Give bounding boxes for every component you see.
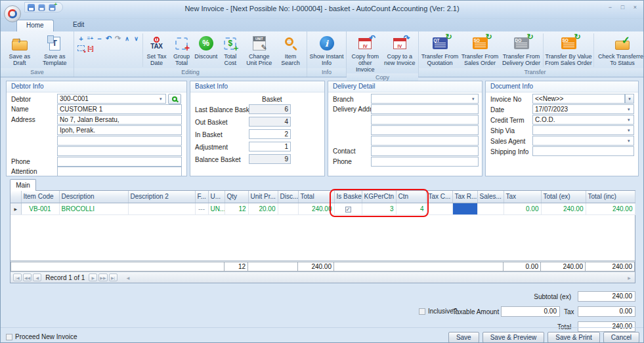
transfer-by-value-button[interactable]: SO↻ Transfer By Value From Sales Order [544,32,593,68]
taxable-amount-field[interactable]: 0.00 [501,306,560,317]
first-record-icon[interactable]: |◀ [13,273,22,281]
cell-disc[interactable] [278,203,298,214]
cell-total-inc[interactable]: 240.00 [586,203,635,214]
col-header-total[interactable]: Total [298,191,334,203]
in-basket-field[interactable]: 2 [249,129,291,139]
col-header-unit-price[interactable]: Unit Pr... [248,191,278,203]
set-tax-date-button[interactable]: TAX Set Tax Date [144,32,169,68]
app-menu-button[interactable] [4,5,21,22]
cell-foc[interactable]: --- [195,203,208,214]
tab-edit[interactable]: Edit [64,20,93,31]
invoice-no-combo[interactable]: <<New>> [532,94,625,104]
delivery-address-line4-field[interactable] [371,136,479,146]
tab-main[interactable]: Main [10,179,36,191]
adjustment-field[interactable]: 1 [249,142,291,151]
col-header-tax[interactable]: Tax [504,191,541,203]
hscroll-right-icon[interactable]: ▶ [625,273,633,281]
save-button[interactable]: Save [448,332,479,343]
cell-total[interactable]: 240.00 [298,203,334,214]
add-row-icon[interactable]: + [77,34,85,43]
prev-page-icon[interactable]: ◀◀ [23,273,32,281]
sales-agent-combo[interactable] [532,136,634,146]
cell-sales[interactable] [477,203,504,214]
cell-description2[interactable] [128,203,195,214]
cell-uom[interactable]: UN... [208,203,225,214]
cell-tax-code[interactable] [426,203,452,214]
cell-unit-price[interactable]: 20.00 [248,203,278,214]
invoice-no-dropdown-button[interactable]: ▾ [625,94,634,104]
tab-home[interactable]: Home [16,20,54,31]
credit-term-combo[interactable]: C.O.D. [532,115,634,125]
col-header-description[interactable]: Description [59,191,128,203]
address-line4-field[interactable] [57,146,182,156]
col-header-kgperctn[interactable]: KGPerCtn [362,191,396,203]
col-header-sales[interactable]: Sales... [477,191,504,203]
copy-from-invoice-button[interactable]: IV↶ Copy from other Invoice [348,32,383,73]
cell-qty[interactable]: 12 [225,203,248,214]
col-header-item-code[interactable]: Item Code [21,191,59,203]
prev-record-icon[interactable]: ◀ [33,273,41,281]
col-header-tax-rate[interactable]: Tax R... [452,191,477,203]
ship-via-combo[interactable] [532,125,634,135]
debtor-lookup-button[interactable] [168,94,181,104]
undo-icon[interactable]: ↶ [104,34,113,43]
move-down-icon[interactable]: ∨ [132,34,140,43]
proceed-new-invoice-checkbox[interactable] [6,334,12,340]
col-header-description2[interactable]: Description 2 [128,191,195,203]
cell-total-ex[interactable]: 240.00 [541,203,586,214]
sales-agent-combo-arrow-icon[interactable]: ▾ [628,138,642,144]
delivery-address-line3-field[interactable] [371,125,479,135]
address-line2-field[interactable]: Ipoh, Perak. [57,125,182,135]
contact-field[interactable] [371,146,479,156]
copy-to-new-invoice-button[interactable]: IV↷ Copy to a new Invoice [383,32,418,73]
col-header-foc[interactable]: F... [195,191,208,203]
cell-ctn[interactable]: 4 [396,203,426,214]
date-combo[interactable]: 17/07/2023 [532,104,634,114]
credit-term-combo-arrow-icon[interactable]: ▾ [628,117,642,123]
cell-kgperctn[interactable]: 3 [362,203,396,214]
cell-is-basket[interactable]: ✓ [334,203,362,214]
next-record-icon[interactable]: ▶ [89,273,97,281]
total-cost-button[interactable]: $ Total Cost [218,32,242,68]
close-button[interactable]: × [630,3,641,12]
cell-description[interactable]: BROCOLLI [59,203,128,214]
name-field[interactable]: CUSTOMER 1 [57,104,182,114]
col-header-tax-code[interactable]: Tax C... [426,191,452,203]
discount-button[interactable]: % Discount [194,32,218,68]
cell-tax-rate-selected[interactable] [452,203,477,214]
col-header-uom[interactable]: U... [208,191,225,203]
remove-row-icon[interactable]: − [95,34,104,43]
add-multiple-icon[interactable]: ≡+ [86,34,95,43]
redo-icon[interactable]: ↷ [114,34,122,43]
date-combo-arrow-icon[interactable]: ▾ [628,107,642,112]
transfer-from-quotation-button[interactable]: QT↻ Transfer From Quotation [420,32,460,68]
cancel-button[interactable]: Cancel [603,332,639,343]
transfer-from-delivery-order-button[interactable]: DO↻ Transfer From Delivery Order [500,32,542,68]
next-page-icon[interactable]: ▶▶ [98,273,107,281]
transfer-from-sales-order-button[interactable]: SO↻ Transfer From Sales Order [460,32,500,68]
check-transferred-button[interactable]: Check Transferred To Status [595,32,644,68]
phone-field[interactable] [57,157,182,167]
item-search-button[interactable]: Item Search [276,32,305,68]
shipping-info-field[interactable] [532,146,634,156]
delivery-address-line1-field[interactable] [371,104,479,114]
save-preview-button[interactable]: Save & Preview [483,332,545,343]
hscroll-left-icon[interactable]: ◀ [124,273,133,281]
delivery-phone-field[interactable] [371,157,479,167]
last-record-icon[interactable]: ▶| [109,273,118,281]
address-line3-field[interactable] [57,136,182,146]
save-as-template-button[interactable]: T Save as Template [37,32,73,68]
col-header-total-ex[interactable]: Total (ex) [541,191,586,203]
item-list-icon[interactable]: [≡] [86,44,95,52]
branch-combo[interactable] [371,94,479,104]
col-header-total-inc[interactable]: Total (inc) [586,191,635,203]
move-up-icon[interactable]: ∧ [123,34,131,43]
group-total-button[interactable]: Group Total [169,32,194,68]
minimize-button[interactable]: − [605,3,616,12]
maximize-button[interactable]: □ [617,3,628,12]
col-header-ctn[interactable]: Ctn [396,191,426,203]
ship-via-combo-arrow-icon[interactable]: ▾ [628,128,642,133]
range-edit-icon[interactable] [77,44,85,52]
attention-field[interactable] [57,167,182,176]
address-line1-field[interactable]: No 7, Jalan Bersatu, [57,115,182,125]
